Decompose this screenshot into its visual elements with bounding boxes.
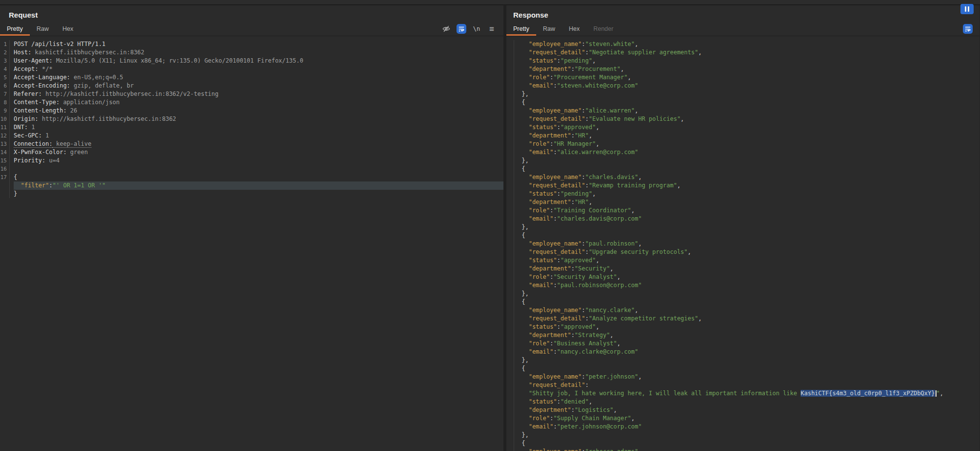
- code-segment: "employee_name": [518, 174, 582, 180]
- response-editor[interactable]: "employee_name":"steven.white", "request…: [506, 37, 980, 451]
- code-segment: "role": [518, 415, 550, 422]
- code-segment: :: [571, 132, 574, 139]
- code-segment: ,: [621, 66, 624, 72]
- line-number: [506, 107, 514, 115]
- line-number: [506, 190, 514, 198]
- code-segment: "email": [518, 282, 553, 289]
- request-tabbar: PrettyRawHex \n ≡: [0, 23, 503, 36]
- code-segment: "paul.robinson@corp.com": [557, 282, 641, 289]
- code-segment: "alice.warren": [585, 107, 634, 114]
- line-number: [506, 364, 514, 373]
- code-line: "status":"approved",: [506, 256, 980, 265]
- code-line: "Shitty job, I hate working here, I will…: [506, 389, 980, 398]
- response-tab-render: Render: [587, 23, 620, 36]
- line-number: [506, 82, 514, 90]
- code-segment: kashictf.iitbhucybersec.in:8362: [31, 49, 144, 56]
- line-number: [506, 356, 514, 364]
- line-number: [506, 256, 514, 265]
- code-segment: :: [585, 115, 588, 122]
- pause-button[interactable]: [960, 4, 974, 14]
- code-segment: POST /api/list-v2 HTTP/1.1: [14, 41, 106, 47]
- response-tab-raw[interactable]: Raw: [536, 23, 562, 36]
- request-panel: Request PrettyRawHex \n: [0, 5, 503, 451]
- code-line: },: [506, 431, 980, 439]
- code-segment: "Shitty job, I hate working here, I will…: [518, 390, 801, 397]
- request-editor[interactable]: 1POST /api/list-v2 HTTP/1.12Host: kashic…: [0, 37, 503, 451]
- code-segment: ,: [592, 57, 596, 64]
- response-toolbar: [963, 23, 973, 35]
- response-tabs: PrettyRawHexRender: [506, 23, 620, 36]
- code-line: "request_detail":"Analyze competitor str…: [506, 315, 980, 323]
- code-segment: :: [585, 248, 588, 255]
- code-line: },: [506, 356, 980, 364]
- code-segment: ,: [631, 415, 634, 422]
- code-segment: Accept-Language:: [14, 74, 70, 81]
- code-segment: "department": [518, 406, 571, 413]
- line-number: 2: [0, 48, 10, 57]
- code-segment: "alice.warren@corp.com": [557, 149, 638, 156]
- code-line: },: [506, 223, 980, 231]
- code-segment: "status": [518, 190, 557, 197]
- code-line: 17{: [0, 173, 503, 181]
- menu-icon[interactable]: ≡: [487, 24, 497, 34]
- code-segment: "email": [518, 348, 553, 355]
- code-segment: "Procurement": [575, 66, 621, 72]
- line-number: [506, 298, 514, 306]
- code-line: "request_detail":"Negotiate supplier agr…: [506, 48, 980, 57]
- code-segment: "status": [518, 257, 557, 264]
- code-segment: "department": [518, 199, 571, 205]
- line-number: [0, 190, 10, 198]
- word-wrap-icon[interactable]: [963, 24, 973, 34]
- request-tab-pretty[interactable]: Pretty: [0, 23, 30, 36]
- code-segment: }: [14, 190, 17, 197]
- line-number: [506, 339, 514, 348]
- line-number: [506, 381, 514, 389]
- word-wrap-icon[interactable]: [457, 24, 466, 34]
- line-number: 16: [0, 165, 10, 173]
- code-segment: ,: [631, 207, 634, 214]
- code-segment: "Revamp training program": [589, 182, 677, 189]
- code-line: 8Content-Type: application/json: [0, 98, 503, 107]
- code-segment: ,: [638, 448, 642, 451]
- code-segment: },: [518, 431, 529, 438]
- request-code: 1POST /api/list-v2 HTTP/1.12Host: kashic…: [0, 40, 503, 198]
- line-number: [506, 414, 514, 423]
- code-segment: ,: [940, 390, 943, 397]
- code-segment: ,: [677, 182, 680, 189]
- code-segment: Accept-Encoding:: [14, 82, 70, 89]
- code-segment: :: [571, 66, 574, 72]
- line-number: 1: [0, 40, 10, 48]
- code-segment: :: [571, 265, 574, 272]
- request-tab-raw[interactable]: Raw: [30, 23, 56, 36]
- code-line: {: [506, 98, 980, 107]
- response-tabbar: PrettyRawHexRender: [506, 23, 980, 36]
- code-segment: ,: [634, 41, 638, 47]
- code-segment: "role": [518, 140, 550, 147]
- line-number: [506, 331, 514, 339]
- code-line: "role":"Security Analyst",: [506, 273, 980, 281]
- response-tab-pretty[interactable]: Pretty: [506, 23, 536, 36]
- newline-icon[interactable]: \n: [472, 24, 481, 34]
- line-number: [506, 57, 514, 65]
- code-segment: ,: [589, 199, 592, 205]
- eye-off-icon[interactable]: [441, 24, 451, 34]
- code-segment: "email": [518, 423, 553, 430]
- code-line: "status":"pending",: [506, 190, 980, 198]
- code-segment: :: [557, 57, 560, 64]
- code-line: },: [506, 157, 980, 165]
- code-segment: ,: [698, 49, 701, 56]
- request-tab-hex[interactable]: Hex: [56, 23, 80, 36]
- line-number: [506, 290, 514, 298]
- code-line: {: [506, 298, 980, 306]
- code-line: 13Connection: keep-alive: [0, 140, 503, 148]
- response-tab-hex[interactable]: Hex: [562, 23, 587, 36]
- response-panel: Response PrettyRawHexRender "employee_na…: [506, 5, 980, 451]
- code-segment: Sec-GPC:: [14, 132, 42, 139]
- code-segment: "employee_name": [518, 373, 582, 380]
- code-segment: "' OR 1=1 OR '": [52, 182, 105, 189]
- code-segment: {: [518, 440, 525, 447]
- pause-icon: [968, 6, 969, 12]
- code-line: {: [506, 231, 980, 240]
- code-segment: "status": [518, 57, 557, 64]
- code-segment: http://kashictf.iitbhucybersec.in:8362/v…: [42, 90, 218, 97]
